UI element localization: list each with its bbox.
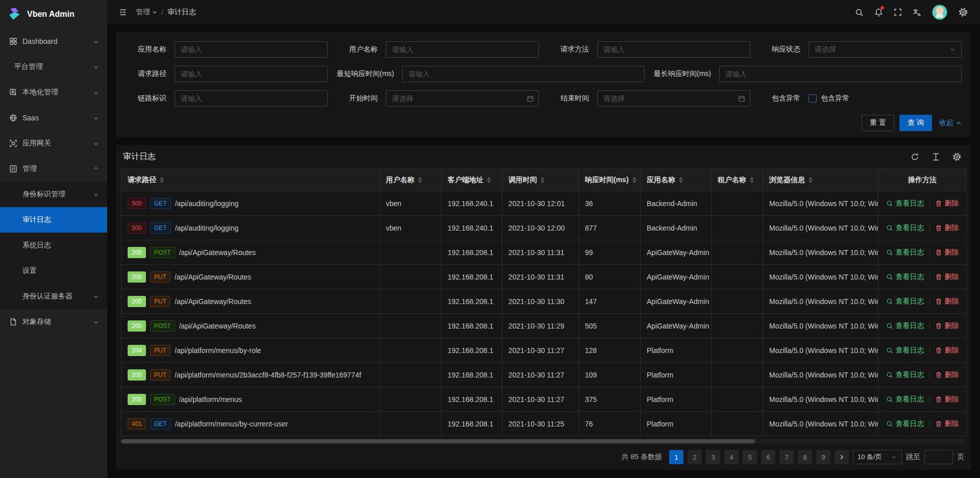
view-log-button[interactable]: 查看日志 <box>886 223 924 233</box>
column-header-tenant[interactable]: 租户名称 <box>712 169 763 191</box>
settings-button[interactable] <box>953 0 973 24</box>
cell-client: 192.168.208.1 <box>442 265 502 289</box>
scrollbar-thumb[interactable] <box>121 439 755 443</box>
cell-tenant <box>712 338 763 363</box>
sort-asc-icon <box>750 177 754 180</box>
page-button-1[interactable]: 1 <box>669 450 683 464</box>
next-page-button[interactable] <box>835 450 849 464</box>
sort-icons[interactable] <box>541 177 545 183</box>
notification-button[interactable] <box>869 0 888 24</box>
collapse-filter-link[interactable]: 收起 <box>939 118 962 128</box>
page-button-4[interactable]: 4 <box>724 450 739 464</box>
delete-button[interactable]: 删除 <box>935 297 959 306</box>
user-avatar[interactable] <box>932 5 947 20</box>
cell-client: 192.168.240.1 <box>442 216 502 240</box>
cell-client: 192.168.240.1 <box>442 191 502 216</box>
sort-icons[interactable] <box>487 177 491 183</box>
view-log-button[interactable]: 查看日志 <box>886 346 924 355</box>
delete-button[interactable]: 删除 <box>935 395 959 404</box>
delete-button[interactable]: 删除 <box>935 321 959 331</box>
view-log-button[interactable]: 查看日志 <box>886 199 924 208</box>
delete-button[interactable]: 删除 <box>935 419 959 429</box>
sort-icons[interactable] <box>632 177 636 183</box>
sort-icons[interactable] <box>418 177 422 183</box>
page-button-9[interactable]: 9 <box>816 450 830 464</box>
sidebar-item-saas[interactable]: Saas <box>0 105 107 131</box>
page-button-3[interactable]: 3 <box>706 450 720 464</box>
page-size-select[interactable]: 10 条/页 <box>853 450 902 464</box>
sidebar-item-identity-management[interactable]: 身份标识管理 <box>0 182 107 207</box>
view-log-button[interactable]: 查看日志 <box>886 419 924 429</box>
jump-page-input[interactable] <box>924 450 953 464</box>
sidebar-item-audit-log[interactable]: 审计日志 <box>0 207 107 233</box>
column-header-time[interactable]: 调用时间 <box>502 169 579 191</box>
column-header-path[interactable]: 请求路径 <box>121 169 380 191</box>
cell-time: 2021-10-30 11:31 <box>502 240 579 265</box>
app-name-input[interactable] <box>175 41 328 58</box>
http-status-select[interactable]: 请选择 <box>808 41 962 58</box>
sidebar-item-system-log[interactable]: 系统日志 <box>0 233 107 258</box>
sidebar-item-gateway[interactable]: 应用网关 <box>0 131 107 156</box>
sort-icons[interactable] <box>750 177 754 183</box>
fullscreen-button[interactable] <box>888 0 908 24</box>
filter-label: 链路标识 <box>126 94 175 103</box>
http-method-input[interactable] <box>597 41 750 58</box>
table-tools <box>911 153 964 161</box>
breadcrumb-section[interactable]: 管理 <box>136 8 157 17</box>
sidebar-item-dashboard[interactable]: Dashboard <box>0 29 107 54</box>
app-logo[interactable]: Vben Admin <box>0 0 107 29</box>
start-time-date-input[interactable] <box>386 90 539 107</box>
cell-browser: Mozilla/5.0 (Windows NT 10.0; Win <box>763 289 878 314</box>
locale-button[interactable]: 文A <box>908 0 927 24</box>
menu-fold-icon[interactable] <box>114 4 132 21</box>
page-button-6[interactable]: 6 <box>761 450 775 464</box>
column-header-user[interactable]: 用户名称 <box>380 169 442 191</box>
sidebar-item-object-storage[interactable]: 对象存储 <box>0 309 107 335</box>
min-elapsed-input[interactable] <box>402 66 645 82</box>
view-log-button[interactable]: 查看日志 <box>886 248 924 257</box>
column-settings-gear-icon[interactable] <box>952 153 961 161</box>
sort-icons[interactable] <box>808 177 813 183</box>
sidebar-item-label: 系统日志 <box>22 241 99 250</box>
sort-icons[interactable] <box>679 177 683 183</box>
view-log-button[interactable]: 查看日志 <box>886 321 924 331</box>
sidebar-item-auth-server[interactable]: 身份认证服务器 <box>0 284 107 309</box>
page-button-8[interactable]: 8 <box>798 450 812 464</box>
view-log-button[interactable]: 查看日志 <box>886 370 924 380</box>
column-header-app[interactable]: 应用名称 <box>641 169 712 191</box>
user-name-input[interactable] <box>386 41 539 58</box>
trash-icon <box>935 322 942 330</box>
row-height-icon[interactable] <box>932 153 940 161</box>
sidebar-item-localization[interactable]: 本地化管理 <box>0 80 107 105</box>
cell-time: 2021-10-30 11:29 <box>502 314 579 338</box>
refresh-icon[interactable] <box>911 153 919 161</box>
max-elapsed-input[interactable] <box>719 66 962 82</box>
sidebar-item-label: 设置 <box>22 266 99 275</box>
view-log-button[interactable]: 查看日志 <box>886 297 924 306</box>
delete-button[interactable]: 删除 <box>935 199 959 208</box>
delete-button[interactable]: 删除 <box>935 346 959 355</box>
search-button[interactable] <box>849 0 869 24</box>
sidebar-item-settings[interactable]: 设置 <box>0 258 107 284</box>
search-button[interactable]: 查 询 <box>899 115 932 131</box>
column-header-elapsed[interactable]: 响应时间(ms) <box>579 169 641 191</box>
column-header-browser[interactable]: 浏览器信息 <box>763 169 878 191</box>
trace-id-input[interactable] <box>175 90 328 107</box>
delete-button[interactable]: 删除 <box>935 272 959 282</box>
delete-button[interactable]: 删除 <box>935 248 959 257</box>
sidebar-item-platform[interactable]: 平台管理 <box>0 54 107 80</box>
page-button-5[interactable]: 5 <box>743 450 757 464</box>
sidebar-item-management[interactable]: 管理 <box>0 156 107 182</box>
page-button-2[interactable]: 2 <box>688 450 702 464</box>
delete-button[interactable]: 删除 <box>935 223 959 233</box>
request-path-input[interactable] <box>175 66 328 82</box>
page-button-7[interactable]: 7 <box>779 450 794 464</box>
delete-button[interactable]: 删除 <box>935 370 959 380</box>
view-log-button[interactable]: 查看日志 <box>886 272 924 282</box>
column-header-client[interactable]: 客户端地址 <box>442 169 502 191</box>
sort-icons[interactable] <box>160 177 164 183</box>
end-time-date-input[interactable] <box>597 90 750 107</box>
view-log-button[interactable]: 查看日志 <box>886 395 924 404</box>
has-exception-checkbox[interactable] <box>808 94 817 103</box>
reset-button[interactable]: 重 置 <box>862 115 894 131</box>
